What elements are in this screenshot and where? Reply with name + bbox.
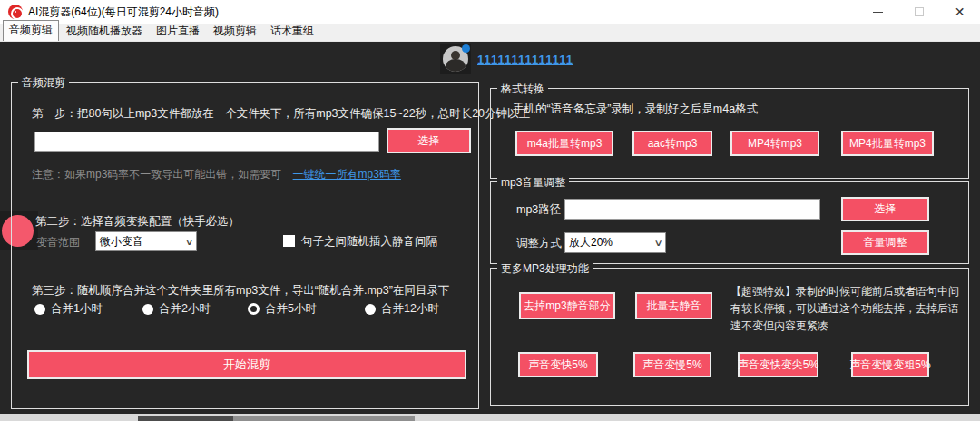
- step2-instruction: 第二步：选择音频变换配置（快手必选）: [35, 214, 240, 230]
- user-row: 11111111111111: [440, 44, 573, 74]
- maximize-button[interactable]: [898, 0, 939, 24]
- radio-icon: [34, 304, 45, 315]
- unify-bitrate-link[interactable]: 一键统一所有mp3码率: [293, 168, 401, 181]
- mp4-to-mp3-button[interactable]: MP4转mp3: [730, 131, 819, 156]
- minimize-icon: [873, 12, 883, 13]
- titlebar-controls: ✕: [858, 0, 980, 24]
- adjust-mode-label: 调整方式: [516, 236, 562, 251]
- app-window: AI混剪器(64位)(每日可混剪24小时音频) ✕ 音频剪辑 视频随机播放器 图…: [0, 0, 980, 421]
- more-mp3-group: 更多MP3处理功能 去掉mp3静音部分 批量去静音 【超强特效】录制的时候可能前…: [490, 268, 969, 406]
- tab-video-edit[interactable]: 视频剪辑: [207, 22, 263, 41]
- merge-option-1h[interactable]: 合并1小时: [34, 301, 103, 317]
- maximize-icon: [915, 7, 924, 16]
- remove-silence-button[interactable]: 去掉mp3静音部分: [519, 292, 615, 319]
- mp4-batch-to-mp3-button[interactable]: MP4批量转mp3: [841, 131, 934, 156]
- voice-range-value: 微小变音: [100, 234, 143, 250]
- merge-option-2h[interactable]: 合并2小时: [142, 301, 211, 317]
- audio-mix-group: 音频混剪 第一步：把80句以上mp3文件都放在一个文件夹下，所有mp3文件确保1…: [11, 82, 479, 409]
- format-convert-description: 手机的“语音备忘录”录制，录制好之后是m4a格式: [513, 102, 758, 117]
- m4a-batch-to-mp3-button[interactable]: m4a批量转mp3: [515, 131, 613, 156]
- tab-image-live[interactable]: 图片直播: [150, 22, 206, 41]
- volume-select-file-button[interactable]: 选择: [841, 197, 929, 221]
- minimize-button[interactable]: [858, 0, 898, 24]
- bottom-edge-strip: [0, 414, 980, 421]
- window-title: AI混剪器(64位)(每日可混剪24小时音频): [28, 5, 219, 20]
- main-content: 11111111111111 音频混剪 第一步：把80句以上mp3文件都放在一个…: [0, 42, 980, 414]
- tab-bar: 音频剪辑 视频随机播放器 图片直播 视频剪辑 话术重组: [0, 24, 980, 42]
- format-convert-group: 格式转换 手机的“语音备忘录”录制，录制好之后是m4a格式 m4a批量转mp3 …: [490, 88, 969, 179]
- chevron-down-icon: ∨: [184, 237, 193, 247]
- avatar-badge-icon: [462, 44, 470, 53]
- voice-range-select[interactable]: 微小变音 ∨: [95, 231, 197, 251]
- adjust-mode-select[interactable]: 放大20% ∨: [564, 232, 666, 253]
- app-logo-icon: [8, 5, 23, 19]
- radio-icon: [365, 304, 376, 315]
- adjust-mode-value: 放大20%: [569, 235, 612, 250]
- voice-range-label: 变音范围: [36, 235, 80, 250]
- volume-adjust-group: mp3音量调整 mp3路径 选择 调整方式 放大20% ∨ 音量调整: [490, 181, 969, 264]
- more-mp3-group-title: 更多MP3处理功能: [497, 261, 593, 277]
- radio-icon: [142, 304, 153, 315]
- merge-option-12h[interactable]: 合并12小时: [365, 301, 439, 317]
- tab-random-video-player[interactable]: 视频随机播放器: [60, 22, 149, 41]
- tab-script-remix[interactable]: 话术重组: [264, 22, 320, 41]
- tab-audio-edit[interactable]: 音频剪辑: [3, 20, 59, 41]
- format-convert-group-title: 格式转换: [497, 82, 548, 97]
- avatar-box: [440, 44, 471, 74]
- start-mix-button[interactable]: 开始混剪: [27, 350, 466, 379]
- volume-adjust-button[interactable]: 音量调整: [841, 230, 929, 255]
- silence-checkbox-label: 句子之间随机插入静音间隔: [301, 234, 437, 250]
- faster-higher-pitch-button[interactable]: 声音变快变尖5%: [738, 352, 818, 377]
- titlebar: AI混剪器(64位)(每日可混剪24小时音频) ✕: [0, 0, 980, 24]
- bottom-strip-segment: [138, 416, 233, 421]
- audio-mix-group-title: 音频混剪: [18, 75, 69, 91]
- slower-deeper-pitch-button[interactable]: 声音变慢变粗5%: [851, 352, 929, 377]
- super-effect-tip: 【超强特效】录制的时候可能前后或者语句中间有较长停顿，可以通过这个功能去掉，去掉…: [730, 283, 959, 336]
- folder-path-input[interactable]: [34, 132, 379, 152]
- mp3-path-label: mp3路径: [516, 202, 561, 218]
- aac-to-mp3-button[interactable]: aac转mp3: [632, 131, 712, 156]
- user-account-link[interactable]: 11111111111111: [477, 53, 573, 66]
- bitrate-note-text: 注意：如果mp3码率不一致导出可能出错，如需要可: [32, 168, 281, 181]
- chevron-down-icon: ∨: [653, 238, 662, 248]
- silence-checkbox[interactable]: [283, 235, 295, 247]
- slow-down-5-button[interactable]: 声音变慢5%: [633, 352, 711, 377]
- batch-remove-silence-button[interactable]: 批量去静音: [635, 292, 712, 319]
- radio-selected-icon: [248, 303, 260, 315]
- volume-adjust-group-title: mp3音量调整: [497, 175, 569, 191]
- select-folder-button[interactable]: 选择: [387, 128, 471, 153]
- speed-up-5-button[interactable]: 声音变快5%: [518, 352, 598, 377]
- close-icon: ✕: [955, 5, 965, 18]
- bitrate-note: 注意：如果mp3码率不一致导出可能出错，如需要可 一键统一所有mp3码率: [32, 165, 401, 182]
- step1-instruction: 第一步：把80句以上mp3文件都放在一个文件夹下，所有mp3文件确保15~22秒…: [32, 106, 530, 122]
- close-button[interactable]: ✕: [939, 0, 980, 24]
- merge-option-5h[interactable]: 合并5小时: [248, 301, 317, 317]
- step3-instruction: 第三步：随机顺序合并这个文件夹里所有mp3文件，导出“随机合并.mp3”在同目录…: [32, 283, 449, 299]
- mp3-path-input[interactable]: [564, 199, 820, 220]
- bottom-strip-segment: [233, 416, 415, 421]
